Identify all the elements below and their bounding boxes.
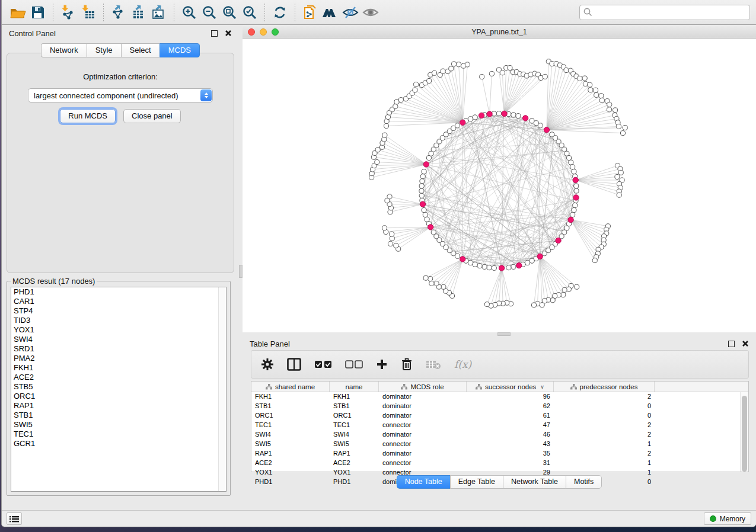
- zoom-out-icon[interactable]: [199, 2, 219, 23]
- graph-node[interactable]: [496, 111, 501, 116]
- column-header-MCDS-role[interactable]: MCDS role: [379, 382, 467, 392]
- graph-node[interactable]: [578, 76, 582, 81]
- graph-node[interactable]: [473, 115, 477, 120]
- graph-node[interactable]: [428, 276, 433, 281]
- zoom-in-icon[interactable]: [179, 2, 199, 23]
- graph-node[interactable]: [388, 241, 393, 246]
- graph-node[interactable]: [508, 65, 512, 70]
- graph-node[interactable]: [487, 265, 492, 270]
- graph-node[interactable]: [574, 188, 579, 193]
- graph-node[interactable]: [572, 208, 576, 213]
- mcds-result-item[interactable]: SWI4: [11, 335, 226, 344]
- first-neighbors-icon[interactable]: [320, 2, 340, 23]
- graph-node[interactable]: [599, 98, 604, 102]
- graph-node[interactable]: [477, 263, 482, 268]
- graph-node[interactable]: [387, 194, 392, 199]
- graph-node[interactable]: [582, 76, 587, 81]
- search-input[interactable]: [595, 8, 746, 17]
- mcds-result-item[interactable]: STB5: [11, 382, 226, 392]
- graph-node[interactable]: [511, 264, 516, 269]
- graph-hub-node[interactable]: [487, 111, 492, 117]
- graph-node[interactable]: [569, 160, 573, 165]
- new-network-from-selection-icon[interactable]: [300, 2, 320, 23]
- graph-node[interactable]: [529, 258, 534, 263]
- table-tab-edge-table[interactable]: Edge Table: [450, 475, 503, 489]
- mcds-result-list[interactable]: PHD1CAR1STP4TID3YOX1SWI4SRD1PMA2FKH1ACE2…: [11, 287, 227, 492]
- table-scrollbar-thumb[interactable]: [742, 396, 747, 472]
- network-canvas[interactable]: [243, 39, 756, 331]
- graph-hub-node[interactable]: [420, 201, 425, 207]
- graph-node[interactable]: [375, 159, 379, 164]
- column-header-name[interactable]: name: [330, 382, 379, 392]
- graph-node[interactable]: [538, 123, 543, 128]
- tab-network[interactable]: Network: [41, 43, 87, 57]
- graph-hub-node[interactable]: [460, 120, 465, 125]
- graph-node[interactable]: [542, 251, 547, 256]
- graph-node[interactable]: [588, 88, 593, 92]
- graph-node[interactable]: [384, 123, 388, 128]
- table-row[interactable]: ACE2ACE2connector311: [251, 459, 748, 468]
- task-history-icon[interactable]: [7, 512, 22, 525]
- graph-node[interactable]: [419, 184, 424, 188]
- apply-layout-icon[interactable]: [270, 2, 290, 23]
- select-all-icon[interactable]: [314, 360, 332, 368]
- graph-hub-node[interactable]: [573, 177, 578, 182]
- tab-select[interactable]: Select: [121, 43, 160, 57]
- graph-node[interactable]: [441, 284, 446, 289]
- graph-node[interactable]: [441, 69, 445, 73]
- graph-node[interactable]: [623, 125, 627, 130]
- graph-node[interactable]: [618, 170, 623, 175]
- graph-node[interactable]: [434, 281, 439, 286]
- graph-hub-node[interactable]: [428, 225, 433, 230]
- graph-node[interactable]: [570, 212, 575, 217]
- export-table-icon[interactable]: [129, 2, 149, 23]
- table-settings-icon[interactable]: [261, 358, 274, 371]
- graph-node[interactable]: [492, 265, 496, 270]
- optimization-criterion-select[interactable]: largest connected component (undirected): [28, 88, 213, 102]
- zoom-selected-icon[interactable]: [240, 2, 260, 23]
- graph-hub-node[interactable]: [573, 195, 579, 200]
- graph-node[interactable]: [468, 260, 473, 265]
- mcds-result-item[interactable]: SWI5: [11, 420, 226, 430]
- graph-node[interactable]: [562, 287, 567, 292]
- graph-node[interactable]: [413, 88, 417, 92]
- graph-node[interactable]: [574, 184, 579, 188]
- graph-hub-node[interactable]: [516, 262, 522, 268]
- graph-hub-node[interactable]: [544, 127, 549, 133]
- graph-node[interactable]: [425, 217, 429, 222]
- table-row[interactable]: RAP1RAP1dominator352: [251, 449, 748, 459]
- mcds-result-item[interactable]: YOX1: [11, 325, 226, 335]
- table-row[interactable]: TEC1TEC1connector472: [251, 421, 748, 430]
- import-network-icon[interactable]: [58, 2, 78, 23]
- mcds-result-item[interactable]: FKH1: [11, 363, 226, 373]
- graph-node[interactable]: [468, 117, 473, 121]
- hide-graphics-details-icon[interactable]: [340, 2, 361, 23]
- graph-node[interactable]: [550, 298, 555, 303]
- export-image-icon[interactable]: [149, 2, 169, 23]
- graph-hub-node[interactable]: [537, 254, 543, 259]
- mcds-result-item[interactable]: PHD1: [11, 287, 226, 297]
- graph-node[interactable]: [575, 284, 579, 289]
- graph-node[interactable]: [572, 169, 576, 174]
- graph-node[interactable]: [398, 98, 403, 102]
- mcds-result-item[interactable]: CAR1: [11, 297, 226, 306]
- tab-mcds[interactable]: MCDS: [160, 43, 200, 57]
- graph-node[interactable]: [456, 62, 461, 67]
- graph-node[interactable]: [382, 133, 387, 137]
- graph-node[interactable]: [573, 203, 578, 207]
- graph-node[interactable]: [489, 71, 494, 76]
- graph-node[interactable]: [570, 165, 575, 169]
- table-row[interactable]: STB1STB1dominator620: [251, 402, 748, 411]
- graph-node[interactable]: [420, 174, 425, 179]
- fit-content-icon[interactable]: [219, 2, 240, 23]
- graph-hub-node[interactable]: [423, 162, 429, 167]
- graph-hub-node[interactable]: [479, 113, 484, 118]
- graph-node[interactable]: [431, 230, 436, 235]
- graph-node[interactable]: [451, 62, 456, 66]
- graph-node[interactable]: [588, 82, 592, 87]
- close-panel-icon[interactable]: [225, 30, 232, 37]
- tab-style[interactable]: Style: [87, 43, 121, 57]
- table-tab-node-table[interactable]: Node Table: [397, 475, 450, 489]
- graph-hub-node[interactable]: [568, 217, 573, 222]
- graph-node[interactable]: [375, 148, 380, 152]
